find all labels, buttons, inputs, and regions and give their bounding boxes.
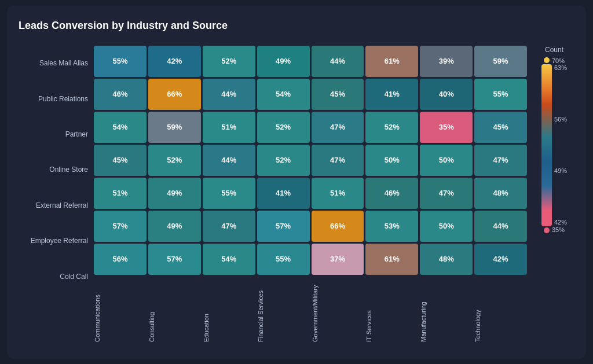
legend-42: 42% — [554, 219, 567, 226]
heatmap-cell[interactable]: 57% — [148, 244, 201, 275]
legend-max-row: 70% — [544, 57, 565, 64]
heatmap-cell[interactable]: 66% — [148, 79, 201, 110]
y-label: Partner — [19, 119, 94, 150]
heatmap-cell[interactable]: 54% — [94, 112, 147, 143]
heatmap-cell[interactable]: 52% — [257, 145, 310, 176]
chart-area: Sales Mail AliasPublic RelationsPartnerO… — [19, 46, 574, 347]
heatmap-cell[interactable]: 44% — [312, 46, 364, 77]
legend-56: 56% — [554, 116, 567, 123]
heatmap-cell[interactable]: 55% — [257, 244, 310, 275]
heatmap-grid: 55%42%52%49%44%61%39%59%46%66%44%54%45%4… — [94, 46, 527, 292]
x-label: Communications — [94, 295, 147, 345]
y-label: Public Relations — [19, 83, 94, 115]
heatmap-cell[interactable]: 52% — [148, 145, 201, 176]
x-label: Financial Services — [257, 295, 310, 345]
x-label: Government/Military — [312, 295, 364, 345]
heatmap-cell[interactable]: 40% — [420, 79, 473, 110]
legend-bar — [541, 64, 552, 226]
legend-49: 49% — [554, 167, 567, 174]
heatmap-cell[interactable]: 47% — [312, 145, 364, 176]
heatmap-cell[interactable]: 47% — [420, 178, 473, 209]
heatmap-cell[interactable]: 44% — [203, 79, 255, 110]
y-label: Online Store — [19, 154, 94, 185]
heatmap-cell[interactable]: 49% — [148, 178, 201, 209]
heatmap-cell[interactable]: 51% — [312, 178, 364, 209]
heatmap-cell[interactable]: 37% — [312, 244, 364, 275]
legend-title: Count — [545, 46, 563, 54]
legend-dot-bottom — [544, 227, 550, 233]
heatmap-cell[interactable]: 45% — [94, 145, 147, 176]
y-label: Employee Referral — [19, 225, 94, 256]
heatmap-cell[interactable]: 54% — [203, 244, 255, 275]
heatmap-cell[interactable]: 49% — [257, 46, 310, 77]
x-label: Consulting — [148, 295, 201, 345]
heatmap-cell[interactable]: 44% — [474, 211, 527, 242]
x-label: IT Services — [365, 295, 418, 345]
heatmap-cell[interactable]: 57% — [94, 211, 147, 242]
y-label: External Referral — [19, 190, 94, 221]
y-axis: Sales Mail AliasPublic RelationsPartnerO… — [19, 46, 94, 347]
heatmap-cell[interactable]: 45% — [312, 79, 364, 110]
heatmap-cell[interactable]: 56% — [94, 244, 147, 275]
y-label: Cold Call — [19, 261, 94, 292]
x-axis: CommunicationsConsultingEducationFinanci… — [94, 295, 527, 347]
legend-max-label: 70% — [552, 57, 565, 64]
heatmap-cell[interactable]: 48% — [420, 244, 473, 275]
legend-dot-top — [544, 57, 550, 63]
heatmap-cell[interactable]: 47% — [474, 145, 527, 176]
heatmap-cell[interactable]: 46% — [94, 79, 147, 110]
y-label: Sales Mail Alias — [19, 47, 94, 79]
legend-labels: 63% 56% 49% 42% — [552, 64, 567, 226]
legend-bar-container: 63% 56% 49% 42% — [541, 64, 567, 226]
chart-title: Leads Conversion by Industry and Source — [19, 20, 574, 32]
x-label: Technology — [474, 295, 527, 345]
heatmap-cell[interactable]: 50% — [420, 145, 473, 176]
heatmap-cell[interactable]: 54% — [257, 79, 310, 110]
x-label: Education — [203, 295, 255, 345]
heatmap-cell[interactable]: 55% — [203, 178, 255, 209]
heatmap-cell[interactable]: 52% — [257, 112, 310, 143]
x-label: Manufacturing — [420, 295, 473, 345]
heatmap-wrapper: 55%42%52%49%44%61%39%59%46%66%44%54%45%4… — [94, 46, 527, 347]
heatmap-cell[interactable]: 48% — [474, 178, 527, 209]
heatmap-cell[interactable]: 39% — [420, 46, 473, 77]
heatmap-cell[interactable]: 53% — [365, 211, 418, 242]
legend: Count 70% 63% 56% 49% 42% 35% — [534, 46, 574, 347]
heatmap-cell[interactable]: 47% — [312, 112, 364, 143]
heatmap-cell[interactable]: 47% — [203, 211, 255, 242]
heatmap-cell[interactable]: 42% — [148, 46, 201, 77]
heatmap-cell[interactable]: 35% — [420, 112, 473, 143]
heatmap-cell[interactable]: 44% — [203, 145, 255, 176]
heatmap-and-legend: 55%42%52%49%44%61%39%59%46%66%44%54%45%4… — [94, 46, 574, 347]
heatmap-cell[interactable]: 51% — [203, 112, 255, 143]
heatmap-cell[interactable]: 42% — [474, 244, 527, 275]
heatmap-cell[interactable]: 57% — [257, 211, 310, 242]
legend-min-row: 35% — [544, 226, 565, 233]
heatmap-cell[interactable]: 49% — [148, 211, 201, 242]
heatmap-cell[interactable]: 52% — [203, 46, 255, 77]
heatmap-cell[interactable]: 46% — [365, 178, 418, 209]
heatmap-cell[interactable]: 41% — [365, 79, 418, 110]
heatmap-cell[interactable]: 66% — [312, 211, 364, 242]
heatmap-cell[interactable]: 51% — [94, 178, 147, 209]
heatmap-cell[interactable]: 59% — [474, 46, 527, 77]
heatmap-cell[interactable]: 41% — [257, 178, 310, 209]
heatmap-cell[interactable]: 55% — [94, 46, 147, 77]
heatmap-cell[interactable]: 61% — [365, 244, 418, 275]
heatmap-cell[interactable]: 52% — [365, 112, 418, 143]
heatmap-cell[interactable]: 55% — [474, 79, 527, 110]
legend-min-label: 35% — [552, 226, 565, 233]
chart-container: Leads Conversion by Industry and Source … — [7, 6, 586, 359]
legend-63: 63% — [554, 64, 567, 71]
heatmap-cell[interactable]: 45% — [474, 112, 527, 143]
heatmap-cell[interactable]: 59% — [148, 112, 201, 143]
heatmap-cell[interactable]: 61% — [365, 46, 418, 77]
heatmap-cell[interactable]: 50% — [365, 145, 418, 176]
heatmap-cell[interactable]: 50% — [420, 211, 473, 242]
